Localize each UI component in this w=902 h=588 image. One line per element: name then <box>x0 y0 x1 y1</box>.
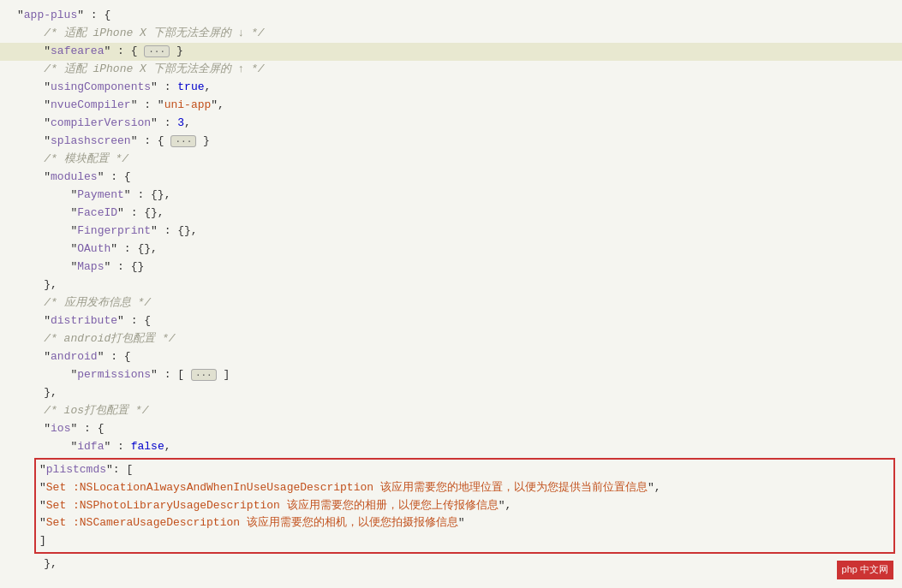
code-token: false <box>131 440 164 453</box>
code-token: app-plus <box>24 9 77 21</box>
code-token: } <box>196 134 210 147</box>
line-content: "nvueCompiler" : "uni-app", <box>17 97 902 115</box>
code-token: Maps <box>77 260 104 273</box>
highlighted-code-line: ] <box>39 532 890 550</box>
code-token: OAuth <box>77 242 111 255</box>
line-content: "Set :NSCameraUsageDescription 该应用需要您的相机… <box>39 516 465 529</box>
highlighted-code-line: "Set :NSPhotoLibraryUsageDescription 该应用… <box>39 497 890 515</box>
code-token: ] <box>39 534 46 547</box>
line-content: "distribute" : { <box>17 312 902 330</box>
code-token: , <box>184 116 191 129</box>
line-content: "safearea" : { ··· } <box>17 43 902 61</box>
code-token: ] <box>217 368 230 381</box>
code-token: " : " <box>131 98 164 111</box>
code-token: /* android打包配置 */ <box>44 332 175 345</box>
highlighted-code-line: "Set :NSLocationAlwaysAndWhenInUseUsageD… <box>39 479 890 497</box>
code-token: " : { <box>77 9 111 21</box>
line-content: "Maps" : {} <box>17 258 902 276</box>
code-line: /* android打包配置 */ <box>0 330 902 348</box>
code-line: "compilerVersion" : 3, <box>0 115 902 133</box>
code-line: "Payment" : {}, <box>0 187 902 205</box>
code-token: splashscreen <box>51 134 131 147</box>
code-token: " <box>44 134 51 147</box>
code-token: safearea <box>51 45 104 57</box>
code-token: ios <box>51 422 70 435</box>
code-token: /* ios打包配置 */ <box>44 404 148 417</box>
code-token: " <box>44 422 51 435</box>
code-token: idfa <box>77 440 104 453</box>
code-token: " : { <box>70 422 104 435</box>
collapsed-indicator[interactable]: ··· <box>170 135 196 147</box>
code-token: Set :NSCameraUsageDescription 该应用需要您的相机，… <box>46 516 458 529</box>
code-token: " : [ <box>151 368 191 381</box>
line-content: "android" : { <box>17 348 902 366</box>
code-token: plistcmds <box>46 463 106 476</box>
code-token: , <box>164 440 171 453</box>
code-token: Set :NSPhotoLibraryUsageDescription 该应用需… <box>46 499 499 512</box>
code-line: "permissions" : [ ··· ] <box>0 366 902 384</box>
code-token: ": [ <box>106 463 133 476</box>
code-token: /* 模块配置 */ <box>44 152 128 165</box>
code-token: 3 <box>177 116 184 129</box>
code-line: /* 适配 iPhone X 下部无法全屏的 ↑ */ <box>0 61 902 79</box>
line-content: "Payment" : {}, <box>17 187 902 205</box>
code-token: " : {} <box>104 260 144 273</box>
code-token: " : { <box>98 170 131 183</box>
code-token: }, <box>44 386 57 399</box>
code-token: uni-app <box>164 98 212 111</box>
code-line: /* 模块配置 */ <box>0 151 902 169</box>
line-content: "Set :NSLocationAlwaysAndWhenInUseUsageD… <box>39 481 661 494</box>
line-content: "Fingerprint" : {}, <box>17 223 902 241</box>
code-line: "OAuth" : {}, <box>0 241 902 258</box>
line-content: "plistcmds": [ <box>39 463 133 476</box>
code-token: distribute <box>51 314 117 327</box>
code-line: "modules" : { <box>0 169 902 187</box>
code-line: "Maps" : {} <box>0 258 902 276</box>
code-token: " : { <box>104 45 144 57</box>
code-token: }, <box>17 557 57 570</box>
collapsed-indicator[interactable]: ··· <box>191 369 217 381</box>
line-content: ] <box>39 534 46 547</box>
code-line: /* 适配 iPhone X 下部无法全屏的 ↓ */ <box>0 25 902 43</box>
code-token: " <box>17 9 24 21</box>
code-token: " : {}, <box>117 206 164 219</box>
line-content: "modules" : { <box>17 169 902 187</box>
code-token: " <box>17 314 51 327</box>
code-token: " <box>39 481 46 494</box>
code-line: /* 应用发布信息 */ <box>0 294 902 312</box>
line-content: /* ios打包配置 */ <box>17 402 902 420</box>
line-content: /* android打包配置 */ <box>17 330 902 348</box>
code-token: /* 应用发布信息 */ <box>17 296 151 309</box>
code-token: Fingerprint <box>77 224 151 237</box>
code-token: Payment <box>77 188 124 201</box>
code-token: " : { <box>117 314 151 327</box>
code-token: ", <box>499 499 512 512</box>
code-line: "nvueCompiler" : "uni-app", <box>0 97 902 115</box>
code-line: "usingComponents" : true, <box>0 79 902 97</box>
code-token: } <box>170 45 183 57</box>
line-content: "app-plus" : { <box>17 7 902 25</box>
code-line: "app-plus" : { <box>0 7 902 25</box>
code-token: " <box>39 499 46 512</box>
line-content: /* 应用发布信息 */ <box>17 294 902 312</box>
code-token: " : {}, <box>124 188 171 201</box>
code-line: "splashscreen" : { ··· } <box>0 133 902 151</box>
code-line: /* ios打包配置 */ <box>0 402 902 420</box>
code-token: " <box>44 116 51 129</box>
code-token: " : {}, <box>111 242 158 255</box>
editor-area: "app-plus" : { /* 适配 iPhone X 下部无法全屏的 ↓ … <box>0 0 902 588</box>
code-token: " <box>39 463 46 476</box>
code-line: }, <box>0 555 902 573</box>
line-content: "usingComponents" : true, <box>17 79 902 97</box>
code-token: " <box>44 170 51 183</box>
code-line: }, <box>0 384 902 402</box>
collapsed-indicator[interactable]: ··· <box>144 45 170 57</box>
code-token: " : { <box>98 350 131 363</box>
code-token: " <box>44 80 51 93</box>
line-content: "Set :NSPhotoLibraryUsageDescription 该应用… <box>39 499 511 512</box>
code-token: , <box>205 80 212 93</box>
highlighted-code-line: "plistcmds": [ <box>39 461 890 479</box>
line-content: "FaceID" : {}, <box>17 205 902 223</box>
code-line: "FaceID" : {}, <box>0 205 902 223</box>
code-token: modules <box>51 170 98 183</box>
